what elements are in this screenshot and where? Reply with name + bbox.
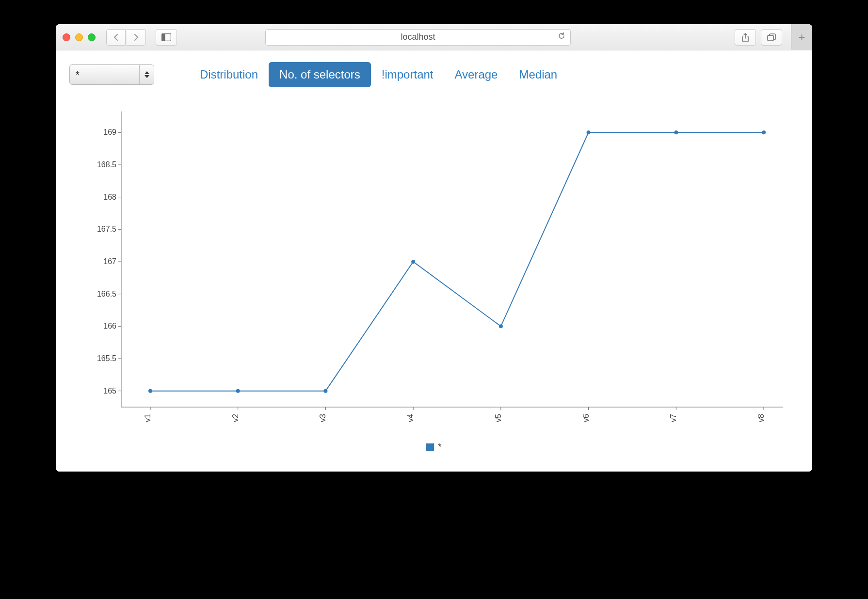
svg-point-43: [499, 324, 503, 328]
window-controls: [63, 33, 96, 41]
chart-legend: *: [69, 442, 799, 452]
back-button[interactable]: [106, 29, 126, 46]
series-line: [150, 132, 764, 391]
y-axis: 165165.5166166.5167167.5168168.5169: [97, 111, 121, 407]
svg-point-44: [587, 130, 591, 134]
tabs-button[interactable]: [761, 29, 782, 46]
svg-text:v8: v8: [757, 414, 765, 422]
svg-rect-2: [768, 35, 773, 41]
share-icon: [741, 33, 749, 42]
forward-button[interactable]: [127, 29, 146, 46]
tab-important[interactable]: !important: [371, 62, 444, 87]
toolbar: * Distribution No. of selectors !importa…: [69, 62, 799, 87]
plus-icon: +: [798, 31, 805, 44]
browser-window: localhost +: [56, 24, 812, 472]
svg-point-40: [236, 389, 240, 393]
svg-text:v3: v3: [319, 414, 327, 422]
chevron-left-icon: [113, 33, 119, 41]
svg-point-41: [323, 389, 327, 393]
selector-dropdown[interactable]: *: [69, 64, 154, 85]
svg-text:v2: v2: [231, 414, 240, 422]
sidebar-toggle-button[interactable]: [156, 29, 177, 46]
chart-svg: 165165.5166166.5167167.5168168.5169 v1v2…: [69, 107, 799, 436]
tab-no-of-selectors[interactable]: No. of selectors: [269, 62, 371, 87]
reload-button[interactable]: [558, 32, 565, 42]
svg-text:166.5: 166.5: [97, 290, 116, 298]
reload-icon: [558, 32, 565, 40]
minimize-icon[interactable]: [75, 33, 83, 41]
tab-average[interactable]: Average: [444, 62, 509, 87]
new-tab-button[interactable]: +: [791, 24, 812, 50]
svg-text:165: 165: [103, 387, 116, 395]
titlebar-right: +: [735, 29, 805, 46]
series-dots: [148, 130, 766, 393]
legend-swatch: [426, 443, 434, 451]
nav-buttons: [106, 29, 146, 46]
legend-label: *: [438, 442, 441, 452]
sidebar-icon: [161, 33, 171, 41]
page-content: * Distribution No. of selectors !importa…: [56, 50, 812, 472]
address-bar[interactable]: localhost: [265, 29, 571, 46]
address-text: localhost: [401, 32, 435, 42]
svg-text:v4: v4: [406, 414, 415, 422]
updown-icon: [139, 65, 154, 84]
tab-median[interactable]: Median: [508, 62, 568, 87]
share-button[interactable]: [735, 29, 756, 46]
svg-text:v7: v7: [669, 414, 677, 422]
svg-point-45: [674, 130, 678, 134]
svg-text:165.5: 165.5: [97, 354, 116, 363]
tabs-icon: [767, 33, 776, 41]
svg-text:168: 168: [103, 193, 116, 201]
svg-text:167: 167: [103, 257, 116, 266]
svg-point-39: [148, 389, 152, 393]
tab-distribution[interactable]: Distribution: [189, 62, 269, 87]
chart: 165165.5166166.5167167.5168168.5169 v1v2…: [69, 107, 799, 436]
svg-text:v5: v5: [494, 414, 502, 422]
close-icon[interactable]: [63, 33, 70, 41]
svg-text:167.5: 167.5: [97, 225, 116, 233]
svg-text:v1: v1: [144, 414, 152, 422]
svg-point-42: [411, 260, 415, 264]
svg-text:169: 169: [103, 128, 116, 136]
titlebar: localhost +: [56, 24, 812, 50]
metric-tabs: Distribution No. of selectors !important…: [189, 62, 568, 87]
selector-value: *: [76, 69, 80, 80]
svg-point-46: [762, 130, 766, 134]
chevron-right-icon: [133, 33, 139, 41]
svg-text:168.5: 168.5: [97, 160, 116, 169]
maximize-icon[interactable]: [88, 33, 96, 41]
svg-text:166: 166: [103, 322, 116, 330]
x-axis: v1v2v3v4v5v6v7v8: [121, 407, 783, 422]
svg-text:v6: v6: [582, 414, 590, 422]
svg-rect-1: [162, 33, 165, 41]
